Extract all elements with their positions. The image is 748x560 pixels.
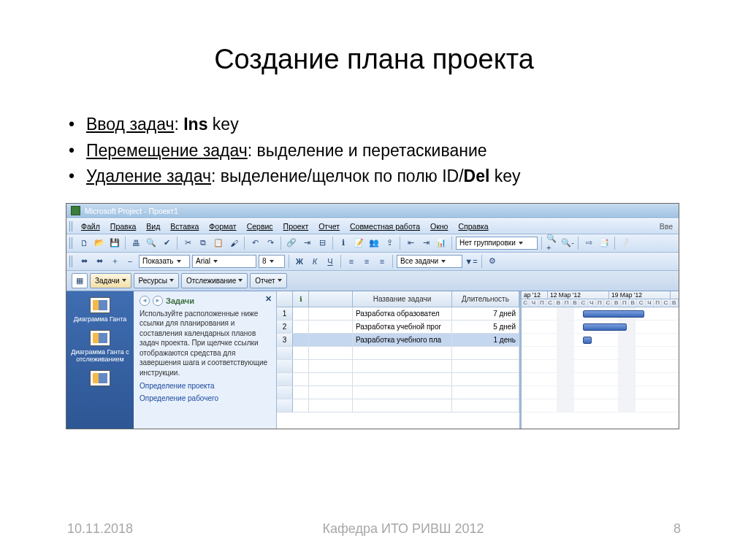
menu-file[interactable]: Файл [77, 220, 104, 232]
row-id[interactable]: 2 [277, 321, 293, 333]
print-icon[interactable]: 🖶 [129, 237, 142, 250]
resources-button[interactable]: Ресурсы [134, 273, 179, 288]
col-info[interactable]: ℹ [293, 291, 309, 307]
table-row[interactable] [277, 399, 519, 413]
split-icon[interactable]: ⊟ [316, 237, 329, 250]
save-icon[interactable]: 💾 [108, 237, 121, 250]
view-item-3[interactable] [90, 370, 110, 386]
report-button[interactable]: Отчет [250, 273, 286, 288]
task-sheet[interactable]: ℹ Название задачи Длительность 1Разработ… [277, 291, 522, 429]
guide-toggle-icon[interactable]: ▦ [72, 273, 88, 288]
indent-icon[interactable]: ⇥ [419, 237, 432, 250]
table-row[interactable] [277, 360, 519, 373]
table-row[interactable]: 2Разработка учебной прог5 дней [277, 321, 519, 334]
spell-icon[interactable]: ✔ [160, 237, 173, 250]
redo-icon[interactable]: ↷ [264, 237, 277, 250]
undo-icon[interactable]: ↶ [248, 237, 262, 250]
show-combo[interactable]: Показать [139, 255, 190, 268]
link-define-project[interactable]: Определение проекта [140, 382, 270, 390]
table-row[interactable] [277, 386, 519, 399]
indent2-icon[interactable]: ⬌ [93, 255, 106, 268]
plus-icon[interactable]: ＋ [108, 255, 121, 268]
col-name[interactable]: Название задачи [353, 291, 452, 307]
open-icon[interactable]: 📂 [93, 237, 106, 250]
underline-icon[interactable]: Ч [324, 255, 337, 268]
cut-icon[interactable]: ✂ [181, 237, 194, 250]
gantt-chart[interactable]: ар '1212 Мар '1219 Мар '12 СЧПСВПВСЧПСВП… [522, 291, 679, 429]
table-row[interactable] [277, 347, 519, 360]
cell-name[interactable]: Разработка учебной прог [353, 321, 452, 333]
new-icon[interactable]: 🗋 [77, 237, 91, 250]
tasks-button[interactable]: Задачи [90, 273, 131, 288]
menu-insert[interactable]: Вставка [166, 220, 203, 232]
gantt-bar[interactable] [583, 323, 627, 331]
unlink-icon[interactable]: ⇥ [300, 237, 313, 250]
goto-icon[interactable]: ⇨ [582, 237, 595, 250]
cell-duration[interactable]: 1 день [452, 334, 519, 346]
assign-icon[interactable]: 👥 [367, 237, 381, 250]
autofilter-icon[interactable]: ▼= [465, 255, 478, 268]
cell-duration[interactable]: 7 дней [452, 307, 519, 320]
group-combo[interactable]: Нет группировки [456, 237, 538, 250]
wizard-icon[interactable]: ⚙ [486, 255, 499, 268]
menu-collab[interactable]: Совместная работа [346, 220, 424, 232]
italic-icon[interactable]: К [308, 255, 321, 268]
cell-info[interactable] [293, 307, 309, 320]
menu-project[interactable]: Проект [279, 220, 313, 232]
font-combo[interactable]: Arial [192, 255, 256, 268]
format-paint-icon[interactable]: 🖌 [227, 237, 240, 250]
size-combo[interactable]: 8 [259, 255, 285, 268]
help-icon[interactable]: ❔ [619, 237, 632, 250]
copy-icon[interactable]: ⧉ [196, 237, 210, 250]
link-define-working[interactable]: Определение рабочего [140, 394, 270, 402]
view-gantt[interactable]: Диаграмма Ганта [74, 297, 127, 323]
gantt-bar[interactable] [583, 310, 644, 318]
info-icon[interactable]: ℹ [337, 237, 350, 250]
col-indent[interactable] [309, 291, 353, 307]
paste-icon[interactable]: 📋 [212, 237, 225, 250]
bold-icon[interactable]: Ж [293, 255, 306, 268]
scroll-icon[interactable]: 📊 [435, 237, 448, 250]
table-row[interactable] [277, 373, 519, 386]
align-right-icon[interactable]: ≡ [375, 255, 389, 268]
zoom-in-icon[interactable]: 🔍+ [546, 237, 559, 250]
row-id[interactable]: 3 [277, 334, 293, 346]
cell-info[interactable] [293, 321, 309, 333]
back-icon[interactable]: ◄ [140, 296, 150, 306]
link-icon[interactable]: 🔗 [285, 237, 298, 250]
menu-report[interactable]: Отчет [314, 220, 344, 232]
close-icon[interactable]: ✕ [265, 294, 272, 304]
view-tracking-gantt[interactable]: Диаграмма Ганта с отслеживанием [69, 330, 131, 363]
menu-view[interactable]: Вид [142, 220, 164, 232]
menu-window[interactable]: Окно [426, 220, 452, 232]
menu-format[interactable]: Формат [205, 220, 240, 232]
align-center-icon[interactable]: ≡ [360, 255, 373, 268]
cell-info[interactable] [293, 334, 309, 346]
outdent2-icon[interactable]: ⬌ [77, 255, 91, 268]
row-id[interactable]: 1 [277, 307, 293, 320]
filter-combo[interactable]: Все задачи [397, 255, 462, 268]
publish-icon[interactable]: ⇪ [383, 237, 396, 250]
col-id[interactable] [277, 291, 293, 307]
note-icon[interactable]: 📝 [352, 237, 365, 250]
menu-tools[interactable]: Сервис [243, 220, 278, 232]
fwd-icon[interactable]: ► [153, 296, 163, 306]
cell-name[interactable]: Разработка учебного пла [353, 334, 452, 346]
cell-indent[interactable] [309, 334, 353, 346]
table-row[interactable]: 1Разработка образовател7 дней [277, 307, 519, 321]
outdent-icon[interactable]: ⇤ [404, 237, 417, 250]
cell-duration[interactable]: 5 дней [452, 321, 519, 333]
menu-help[interactable]: Справка [454, 220, 492, 232]
col-duration[interactable]: Длительность [452, 291, 519, 307]
minus-icon[interactable]: − [123, 255, 137, 268]
cell-name[interactable]: Разработка образовател [353, 307, 452, 320]
menu-edit[interactable]: Правка [106, 220, 140, 232]
preview-icon[interactable]: 🔍 [145, 237, 158, 250]
cell-indent[interactable] [309, 307, 353, 320]
align-left-icon[interactable]: ≡ [345, 255, 358, 268]
gantt-bar[interactable] [583, 337, 592, 344]
tracking-button[interactable]: Отслеживание [181, 273, 248, 288]
cell-indent[interactable] [309, 321, 353, 333]
zoom-out-icon[interactable]: 🔍- [561, 237, 574, 250]
save-baseline-icon[interactable]: 📑 [598, 237, 611, 250]
